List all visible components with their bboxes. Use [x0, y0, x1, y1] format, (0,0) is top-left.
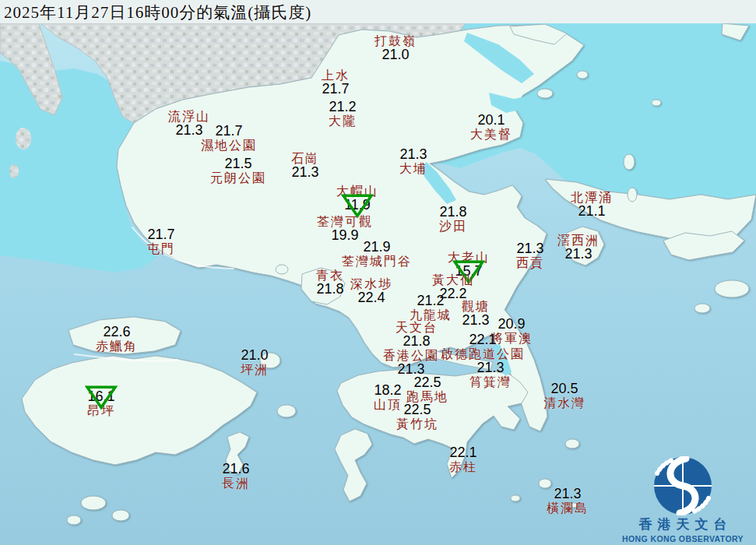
station-name: 筲箕灣: [469, 375, 512, 389]
station-temp: 21.0: [241, 347, 268, 363]
station[interactable]: 濕地公園 21.7: [201, 124, 257, 152]
station[interactable]: 昂坪 16.1: [87, 389, 115, 417]
station-temp-wrap: 22.5: [403, 403, 431, 417]
hko-logo-name-zh: 香港天文台: [618, 515, 753, 533]
station-name: 大帽山: [336, 185, 378, 198]
station-temp: 21.8: [316, 281, 343, 297]
station-temp-wrap: 21.3: [291, 165, 318, 180]
station-temp-wrap: 21.2: [329, 100, 356, 114]
hko-logo-icon: [651, 456, 715, 515]
station-temp-wrap: 21.7: [215, 124, 242, 139]
station[interactable]: 大美督 20.1: [470, 113, 512, 141]
station[interactable]: 石崗 21.3: [291, 152, 319, 180]
hko-logo: 香港天文台 HONG KONG OBSERVATORY: [613, 456, 753, 543]
station-temp-wrap: 20.1: [477, 113, 505, 128]
station-temp: 21.3: [291, 164, 318, 180]
station-temp-wrap: 21.9: [363, 240, 390, 255]
station[interactable]: 沙田 21.8: [439, 205, 467, 233]
station[interactable]: 荃灣城門谷 21.9: [342, 240, 412, 268]
station-temp-wrap: 21.0: [382, 47, 409, 62]
station[interactable]: 北潭涌 21.1: [571, 191, 613, 219]
station-name: 濕地公園: [201, 139, 257, 152]
station[interactable]: 香港公園 21.3: [383, 349, 439, 377]
station-name: 黃竹坑: [396, 417, 438, 431]
station-name: 大美督: [470, 128, 512, 141]
station-temp-wrap: 20.9: [498, 317, 525, 332]
station-temp-wrap: 21.8: [439, 205, 466, 220]
station-temp-wrap: 21.3: [462, 313, 489, 328]
station-name: 赤鱲角: [96, 339, 138, 353]
station[interactable]: 赤鱲角 22.6: [96, 325, 138, 353]
station-temp: 22.5: [413, 374, 441, 390]
station[interactable]: 黃竹坑 22.5: [396, 403, 438, 431]
station-temp-wrap: 21.3: [476, 360, 504, 375]
station-temp-wrap: 21.3: [399, 147, 427, 162]
station-name: 坪洲: [241, 363, 269, 376]
station-name: 石崗: [291, 152, 319, 165]
station-name: 清水灣: [543, 396, 585, 410]
station-temp-wrap: 21.3: [564, 247, 592, 262]
station[interactable]: 打鼓嶺 21.0: [374, 34, 417, 62]
station-temp-wrap: 21.7: [147, 227, 174, 242]
station-name: 大隴: [329, 114, 357, 128]
station-temp-wrap: 22.4: [357, 290, 385, 305]
station-name: 沙田: [439, 220, 467, 233]
station[interactable]: 跑馬地 22.5: [406, 375, 448, 403]
station[interactable]: 啟德跑道公園 22.1: [441, 332, 525, 360]
station-temp: 21.1: [578, 203, 605, 219]
station-temp: 22.1: [469, 332, 496, 347]
station-temp: 18.2: [374, 382, 401, 398]
station[interactable]: 深水埗 22.4: [350, 277, 392, 305]
station-temp: 22.4: [357, 290, 385, 305]
station[interactable]: 元朗公園 21.5: [210, 156, 266, 185]
station-temp-wrap: 20.5: [550, 382, 578, 396]
station-temp: 21.9: [363, 239, 390, 255]
station-temp: 20.1: [477, 112, 505, 128]
station-temp-wrap: 21.7: [322, 82, 349, 97]
station-temp: 21.3: [399, 146, 427, 162]
station-name: 橫瀾島: [547, 501, 589, 515]
station-name: 深水埗: [350, 277, 392, 290]
station[interactable]: 大埔 21.3: [399, 147, 427, 175]
station[interactable]: 清水灣 20.5: [543, 382, 585, 410]
station-temp: 21.3: [516, 241, 543, 256]
station[interactable]: 屯門 21.7: [147, 227, 175, 255]
station-temp-wrap: 21.0: [241, 348, 268, 363]
station[interactable]: 大帽山 11.9: [336, 185, 378, 213]
station[interactable]: 九龍城 21.2: [410, 294, 452, 322]
station[interactable]: 橫瀾島 21.3: [547, 487, 589, 515]
station-temp-wrap: 22.1: [469, 332, 496, 347]
station-temp-wrap: 16.1: [87, 389, 114, 404]
station-temp: 21.8: [439, 204, 466, 220]
station-name: 長洲: [222, 476, 250, 490]
station-name: 大老山: [448, 251, 490, 264]
station-temp-wrap: 21.8: [316, 282, 343, 297]
station-temp: 22.1: [449, 445, 476, 460]
station[interactable]: 筲箕灣 21.3: [469, 360, 512, 389]
station-temp: 21.0: [382, 47, 409, 62]
station-name: 觀塘: [462, 300, 490, 313]
station[interactable]: 赤柱 22.1: [449, 445, 477, 473]
station-temp: 11.9: [344, 197, 371, 213]
station[interactable]: 青衣 21.8: [316, 269, 344, 297]
station-temp: 21.3: [175, 122, 202, 138]
station[interactable]: 天文台 21.8: [396, 321, 438, 349]
station-name: 打鼓嶺: [374, 34, 417, 47]
station-temp-wrap: 21.5: [224, 156, 251, 171]
station-temp-wrap: 21.1: [578, 204, 605, 219]
station-name: 昂坪: [87, 404, 115, 417]
station-temp-wrap: 11.9: [344, 198, 371, 213]
station[interactable]: 大隴 21.2: [329, 100, 357, 128]
station-temp: 21.3: [476, 360, 504, 375]
station-temp: 21.8: [403, 333, 430, 349]
station[interactable]: 滘西洲 21.3: [557, 234, 600, 262]
station-name: 流浮山: [168, 110, 210, 123]
station[interactable]: 長洲 21.6: [222, 462, 250, 490]
station[interactable]: 西貢 21.3: [516, 241, 544, 269]
station[interactable]: 觀塘 21.3: [462, 300, 490, 328]
station-name: 元朗公園: [210, 171, 266, 185]
station-temp: 21.2: [329, 99, 356, 114]
station[interactable]: 坪洲 21.0: [241, 348, 269, 376]
station[interactable]: 上水 21.7: [322, 69, 350, 97]
station-temp-wrap: 22.5: [413, 375, 441, 390]
